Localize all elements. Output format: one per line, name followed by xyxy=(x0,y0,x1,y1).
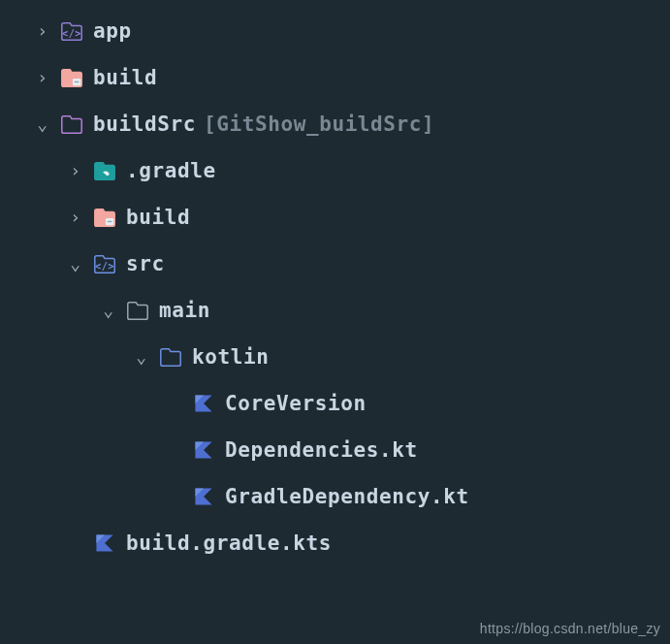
tree-item-label: build.gradle.kts xyxy=(126,520,332,566)
svg-text:</>: </> xyxy=(95,261,114,272)
chevron-right-icon[interactable]: › xyxy=(27,54,58,101)
chevron-right-icon[interactable]: › xyxy=(60,194,91,241)
tree-item-label: kotlin xyxy=(192,334,269,380)
tree-row[interactable]: ⌄ kotlin xyxy=(0,334,670,380)
tree-row[interactable]: ⌄ buildSrc[GitShow_buildSrc] xyxy=(0,101,670,147)
code-folder-purple-icon: </> xyxy=(58,17,85,45)
kotlin-file-icon xyxy=(91,530,118,557)
tree-item-label: Dependencies.kt xyxy=(225,427,418,473)
chevron-down-icon[interactable]: ⌄ xyxy=(126,334,157,380)
svg-rect-2 xyxy=(75,81,80,82)
tree-row[interactable]: › build xyxy=(0,194,670,241)
tree-row[interactable]: build.gradle.kts xyxy=(0,520,670,566)
chevron-right-icon[interactable]: › xyxy=(27,8,58,54)
tree-row[interactable]: GradleDependency.kt xyxy=(0,473,670,520)
folder-purple-icon xyxy=(58,111,85,138)
tree-item-label: app xyxy=(93,8,132,54)
kotlin-file-icon xyxy=(190,483,217,510)
tree-item-label: build xyxy=(126,194,190,241)
tree-item-label: CoreVersion xyxy=(225,380,367,427)
svg-text:</>: </> xyxy=(62,28,81,39)
chevron-down-icon[interactable]: ⌄ xyxy=(60,241,91,287)
svg-rect-4 xyxy=(108,221,112,222)
tree-item-suffix: [GitShow_buildSrc] xyxy=(204,101,434,147)
tree-row[interactable]: › .gradle xyxy=(0,147,670,194)
tree-item-label: src xyxy=(126,241,165,287)
tree-item-label: buildSrc xyxy=(93,101,196,147)
tree-row[interactable]: › build xyxy=(0,54,670,101)
chevron-down-icon[interactable]: ⌄ xyxy=(27,101,58,147)
kotlin-file-icon xyxy=(190,390,217,417)
tree-row[interactable]: › </> app xyxy=(0,8,670,54)
tree-item-label: GradleDependency.kt xyxy=(225,473,469,520)
tree-item-label: .gradle xyxy=(126,147,216,194)
folder-outline-icon xyxy=(124,297,151,324)
chevron-down-icon[interactable]: ⌄ xyxy=(93,287,124,334)
build-folder-icon xyxy=(91,204,118,231)
chevron-right-icon[interactable]: › xyxy=(60,147,91,194)
tree-row[interactable]: Dependencies.kt xyxy=(0,427,670,473)
build-folder-icon xyxy=(58,64,85,91)
gradle-folder-icon xyxy=(91,157,118,184)
tree-row[interactable]: ⌄ </> src xyxy=(0,241,670,287)
kotlin-file-icon xyxy=(190,436,217,464)
watermark-text: https://blog.csdn.net/blue_zy xyxy=(480,621,660,636)
tree-row[interactable]: CoreVersion xyxy=(0,380,670,427)
project-tree: › </> app› build⌄ buildSrc[GitShow_build… xyxy=(0,0,670,566)
code-folder-blue-icon: </> xyxy=(91,250,118,277)
folder-blue-icon xyxy=(157,343,184,370)
tree-item-label: build xyxy=(93,54,157,101)
tree-item-label: main xyxy=(159,287,210,334)
tree-row[interactable]: ⌄ main xyxy=(0,287,670,334)
